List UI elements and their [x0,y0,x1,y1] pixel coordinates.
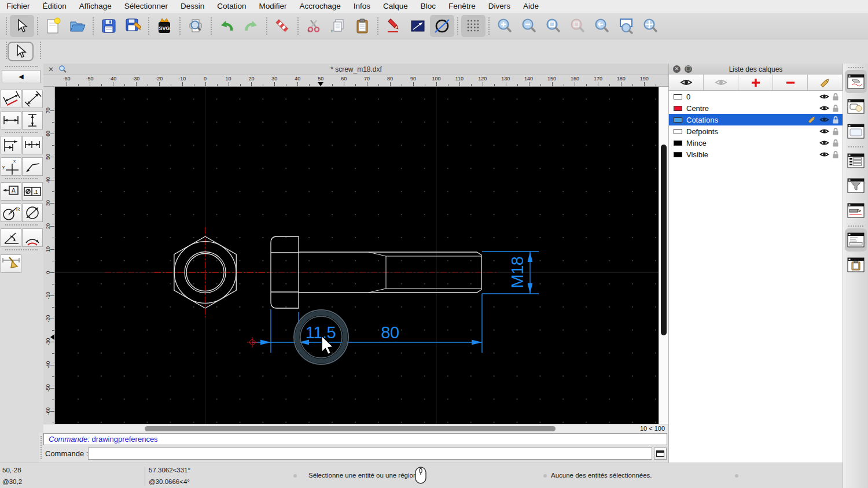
zoom-in-button[interactable] [492,15,517,37]
dim-tolerance-button[interactable]: .1 [22,182,43,201]
undock-panel-icon[interactable]: ❐ [685,65,692,73]
layer-visibility-icon[interactable] [819,116,829,123]
vertical-scrollbar[interactable] [659,87,668,424]
vertical-scrollbar-thumb[interactable] [661,145,667,335]
layer-lock-icon[interactable] [832,104,839,113]
dim-arc-button[interactable] [22,228,43,247]
hide-all-layers-button[interactable] [704,75,738,90]
dock-handle[interactable] [41,436,42,459]
edit-layer-button[interactable] [808,75,843,90]
toolbar-handle[interactable] [93,17,94,35]
dim-label-button[interactable]: A [1,182,21,201]
layer-row-cotations[interactable]: Cotations [669,114,843,125]
layer-visibility-icon[interactable] [819,151,829,158]
menu-item-modifier[interactable]: Modifier [252,0,293,13]
dim-clean-button[interactable] [1,254,21,273]
dim-aligned-button[interactable] [1,90,21,108]
layer-row-mince[interactable]: Mince [669,137,843,149]
close-panel-icon[interactable]: ✕ [673,65,681,73]
document-zoom-icon[interactable] [58,65,67,73]
new-file-button[interactable] [41,15,65,37]
menu-item-fichier[interactable]: Fichier [0,0,36,13]
zoom-selection-button[interactable] [565,15,590,37]
menu-item-cotation[interactable]: Cotation [211,0,252,13]
ellipse-tool-button[interactable] [430,15,454,37]
print-preview-button[interactable] [183,15,208,37]
toolbar-handle[interactable] [179,17,181,35]
close-document-icon[interactable]: ✕ [47,65,55,73]
dock-handle[interactable] [40,42,41,59]
select-arrow-button[interactable] [10,15,34,37]
menu-item-fentre[interactable]: Fenêtre [442,0,482,13]
toolbar-handle[interactable] [37,17,38,35]
zoom-auto-button[interactable] [541,15,565,37]
command-input[interactable] [88,448,652,460]
save-file-as-button[interactable] [121,15,145,37]
redo-button[interactable] [239,15,263,37]
menu-item-calque[interactable]: Calque [377,0,414,13]
layer-visibility-icon[interactable] [819,105,829,112]
toolbar-handle[interactable] [266,17,267,35]
layer-row-defpoints[interactable]: Defpoints [669,125,843,137]
dim-angular-button[interactable] [1,228,21,247]
cut-button[interactable]: + [301,15,326,37]
zoom-window-button[interactable] [614,15,638,37]
menu-item-affichage[interactable]: Affichage [73,0,118,13]
back-button[interactable]: ◀ [2,70,41,83]
dim-linear-angled-button[interactable] [22,90,43,108]
menu-item-divers[interactable]: Divers [482,0,517,13]
dim-diametric-button[interactable] [22,204,43,222]
horizontal-scrollbar-thumb[interactable] [145,426,556,431]
zoom-out-button[interactable] [517,15,541,37]
snap-grid-button[interactable] [461,15,486,37]
delete-entities-button[interactable] [270,15,295,37]
copy-button[interactable]: + [326,15,350,37]
pen-settings-dock-button[interactable] [845,70,867,93]
toolbar-handle[interactable] [377,17,378,35]
menu-item-dition[interactable]: Édition [36,0,73,13]
toolbar-handle[interactable] [457,17,458,35]
select-tool-button[interactable] [8,42,34,61]
draw-pen-button[interactable] [381,15,406,37]
toolbar-handle[interactable] [148,17,149,35]
open-file-button[interactable] [65,15,90,37]
horizontal-scrollbar[interactable]: 10 < 100 [43,424,668,432]
menu-item-aide[interactable]: Aide [517,0,545,13]
layer-row-0[interactable]: 0 [669,91,843,102]
clipboard-dock-button[interactable] [845,253,867,276]
dim-horizontal-button[interactable] [1,111,21,130]
remove-layer-button[interactable] [773,75,808,90]
menu-item-bloc[interactable]: Bloc [414,0,442,13]
menu-item-dessin[interactable]: Dessin [174,0,211,13]
layer-visibility-icon[interactable] [819,139,829,146]
dim-value-thread[interactable]: M18 [508,257,527,289]
paste-button[interactable] [350,15,374,37]
layer-lock-icon[interactable] [832,116,839,124]
layer-row-visible[interactable]: Visible [669,149,843,160]
layer-row-centre[interactable]: Centre [669,102,843,114]
zoom-pan-button[interactable] [638,15,663,37]
pen-palette-dock-button[interactable] [845,199,867,222]
toolbar-handle[interactable] [211,17,212,35]
toolbar-handle[interactable] [488,17,490,35]
layer-visibility-icon[interactable] [819,93,829,100]
dim-ordinate-button[interactable]: xy [1,157,21,176]
dim-value-length[interactable]: 80 [381,323,399,342]
menu-item-infos[interactable]: Infos [347,0,377,13]
dim-vertical-button[interactable] [22,111,43,130]
library-browser-dock-button[interactable] [845,120,867,143]
layer-lock-icon[interactable] [832,150,839,159]
undo-button[interactable] [215,15,239,37]
add-layer-button[interactable] [738,75,773,90]
export-svg-button[interactable]: SVG [152,15,176,37]
dim-leader-button[interactable] [22,157,43,176]
zoom-previous-button[interactable] [590,15,614,37]
dim-value-head[interactable]: 11.5 [306,323,336,342]
menu-item-slectionner[interactable]: Sélectionner [118,0,174,13]
dock-handle[interactable] [6,42,7,59]
layer-visibility-icon[interactable] [819,128,829,135]
block-list-dock-button[interactable] [845,95,867,118]
toolbar-handle[interactable] [297,17,299,35]
layer-lock-icon[interactable] [832,127,839,136]
layer-lock-icon[interactable] [832,93,839,101]
